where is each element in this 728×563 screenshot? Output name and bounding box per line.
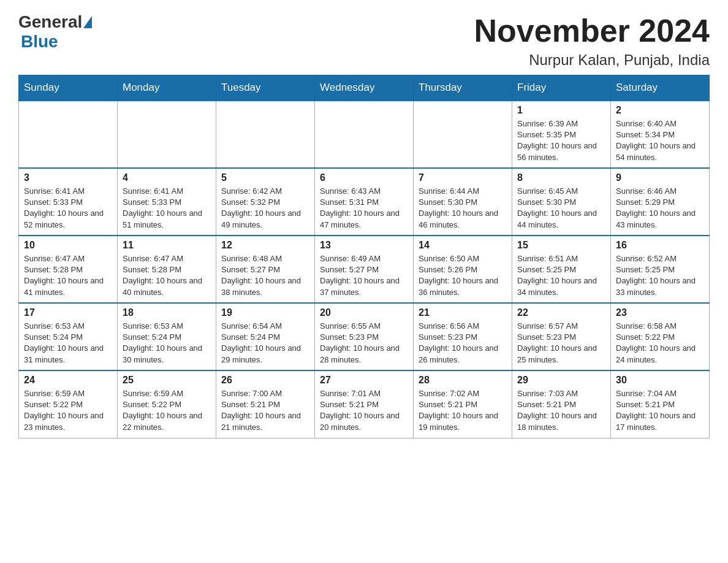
calendar-header-row: SundayMondayTuesdayWednesdayThursdayFrid… [19, 75, 710, 101]
day-number: 11 [123, 240, 211, 251]
logo-triangle-icon [83, 16, 92, 28]
day-info: Sunrise: 6:58 AMSunset: 5:22 PMDaylight:… [616, 321, 704, 366]
day-number: 9 [616, 172, 704, 183]
calendar-cell: 1Sunrise: 6:39 AMSunset: 5:35 PMDaylight… [512, 101, 611, 168]
column-header-friday: Friday [512, 75, 611, 101]
calendar-cell: 7Sunrise: 6:44 AMSunset: 5:30 PMDaylight… [414, 168, 512, 236]
calendar-cell: 16Sunrise: 6:52 AMSunset: 5:25 PMDayligh… [611, 236, 710, 303]
day-number: 25 [123, 375, 211, 386]
calendar-cell [19, 101, 118, 168]
calendar-cell: 8Sunrise: 6:45 AMSunset: 5:30 PMDaylight… [512, 168, 611, 236]
calendar-cell: 30Sunrise: 7:04 AMSunset: 5:21 PMDayligh… [611, 370, 710, 438]
day-info: Sunrise: 6:42 AMSunset: 5:32 PMDaylight:… [221, 186, 309, 231]
day-number: 22 [517, 307, 605, 318]
calendar-cell: 19Sunrise: 6:54 AMSunset: 5:24 PMDayligh… [216, 303, 315, 370]
calendar-cell: 5Sunrise: 6:42 AMSunset: 5:32 PMDaylight… [216, 168, 315, 236]
week-row-2: 3Sunrise: 6:41 AMSunset: 5:33 PMDaylight… [19, 168, 710, 236]
day-info: Sunrise: 6:53 AMSunset: 5:24 PMDaylight:… [123, 321, 211, 366]
calendar-cell: 29Sunrise: 7:03 AMSunset: 5:21 PMDayligh… [512, 370, 611, 438]
column-header-sunday: Sunday [19, 75, 118, 101]
column-header-thursday: Thursday [414, 75, 512, 101]
calendar-cell: 10Sunrise: 6:47 AMSunset: 5:28 PMDayligh… [19, 236, 118, 303]
day-number: 3 [24, 172, 112, 183]
day-number: 6 [320, 172, 408, 183]
title-section: November 2024 Nurpur Kalan, Punjab, Indi… [474, 12, 710, 69]
day-number: 27 [320, 375, 408, 386]
calendar-cell: 11Sunrise: 6:47 AMSunset: 5:28 PMDayligh… [118, 236, 216, 303]
day-info: Sunrise: 7:02 AMSunset: 5:21 PMDaylight:… [419, 388, 507, 433]
day-number: 1 [517, 105, 605, 116]
day-number: 16 [616, 240, 704, 251]
calendar-cell: 15Sunrise: 6:51 AMSunset: 5:25 PMDayligh… [512, 236, 611, 303]
day-number: 28 [419, 375, 507, 386]
day-number: 24 [24, 375, 112, 386]
day-info: Sunrise: 6:44 AMSunset: 5:30 PMDaylight:… [419, 186, 507, 231]
day-info: Sunrise: 6:54 AMSunset: 5:24 PMDaylight:… [221, 321, 309, 366]
day-number: 10 [24, 240, 112, 251]
day-number: 20 [320, 307, 408, 318]
calendar-cell: 26Sunrise: 7:00 AMSunset: 5:21 PMDayligh… [216, 370, 315, 438]
day-number: 13 [320, 240, 408, 251]
day-info: Sunrise: 6:46 AMSunset: 5:29 PMDaylight:… [616, 186, 704, 231]
calendar-cell: 14Sunrise: 6:50 AMSunset: 5:26 PMDayligh… [414, 236, 512, 303]
day-info: Sunrise: 6:51 AMSunset: 5:25 PMDaylight:… [517, 253, 605, 298]
calendar-cell: 12Sunrise: 6:48 AMSunset: 5:27 PMDayligh… [216, 236, 315, 303]
day-info: Sunrise: 7:03 AMSunset: 5:21 PMDaylight:… [517, 388, 605, 433]
day-info: Sunrise: 6:47 AMSunset: 5:28 PMDaylight:… [24, 253, 112, 298]
day-info: Sunrise: 7:01 AMSunset: 5:21 PMDaylight:… [320, 388, 408, 433]
calendar-cell [414, 101, 512, 168]
day-number: 7 [419, 172, 507, 183]
calendar-cell: 17Sunrise: 6:53 AMSunset: 5:24 PMDayligh… [19, 303, 118, 370]
day-info: Sunrise: 6:41 AMSunset: 5:33 PMDaylight:… [123, 186, 211, 231]
day-number: 15 [517, 240, 605, 251]
day-info: Sunrise: 6:47 AMSunset: 5:28 PMDaylight:… [123, 253, 211, 298]
day-info: Sunrise: 6:43 AMSunset: 5:31 PMDaylight:… [320, 186, 408, 231]
day-number: 30 [616, 375, 704, 386]
day-number: 21 [419, 307, 507, 318]
day-number: 17 [24, 307, 112, 318]
calendar-cell [118, 101, 216, 168]
day-number: 14 [419, 240, 507, 251]
day-info: Sunrise: 6:50 AMSunset: 5:26 PMDaylight:… [419, 253, 507, 298]
day-info: Sunrise: 7:04 AMSunset: 5:21 PMDaylight:… [616, 388, 704, 433]
calendar-cell: 28Sunrise: 7:02 AMSunset: 5:21 PMDayligh… [414, 370, 512, 438]
day-number: 8 [517, 172, 605, 183]
week-row-5: 24Sunrise: 6:59 AMSunset: 5:22 PMDayligh… [19, 370, 710, 438]
calendar-cell: 3Sunrise: 6:41 AMSunset: 5:33 PMDaylight… [19, 168, 118, 236]
day-number: 23 [616, 307, 704, 318]
logo-blue-text: Blue [21, 32, 58, 51]
day-info: Sunrise: 7:00 AMSunset: 5:21 PMDaylight:… [221, 388, 309, 433]
calendar-cell: 9Sunrise: 6:46 AMSunset: 5:29 PMDaylight… [611, 168, 710, 236]
day-info: Sunrise: 6:41 AMSunset: 5:33 PMDaylight:… [24, 186, 112, 231]
calendar-cell: 18Sunrise: 6:53 AMSunset: 5:24 PMDayligh… [118, 303, 216, 370]
day-number: 29 [517, 375, 605, 386]
day-info: Sunrise: 6:53 AMSunset: 5:24 PMDaylight:… [24, 321, 112, 366]
day-info: Sunrise: 6:45 AMSunset: 5:30 PMDaylight:… [517, 186, 605, 231]
day-info: Sunrise: 6:49 AMSunset: 5:27 PMDaylight:… [320, 253, 408, 298]
calendar-cell: 22Sunrise: 6:57 AMSunset: 5:23 PMDayligh… [512, 303, 611, 370]
column-header-monday: Monday [118, 75, 216, 101]
location-title: Nurpur Kalan, Punjab, India [474, 52, 710, 69]
calendar-cell: 25Sunrise: 6:59 AMSunset: 5:22 PMDayligh… [118, 370, 216, 438]
calendar-cell: 4Sunrise: 6:41 AMSunset: 5:33 PMDaylight… [118, 168, 216, 236]
logo: General Blue [18, 12, 93, 52]
day-info: Sunrise: 6:56 AMSunset: 5:23 PMDaylight:… [419, 321, 507, 366]
column-header-wednesday: Wednesday [315, 75, 414, 101]
day-info: Sunrise: 6:59 AMSunset: 5:22 PMDaylight:… [24, 388, 112, 433]
month-title: November 2024 [474, 12, 710, 49]
week-row-3: 10Sunrise: 6:47 AMSunset: 5:28 PMDayligh… [19, 236, 710, 303]
logo-general-text: General [18, 12, 82, 32]
week-row-4: 17Sunrise: 6:53 AMSunset: 5:24 PMDayligh… [19, 303, 710, 370]
day-number: 5 [221, 172, 309, 183]
day-number: 26 [221, 375, 309, 386]
day-number: 12 [221, 240, 309, 251]
day-info: Sunrise: 6:39 AMSunset: 5:35 PMDaylight:… [517, 118, 605, 163]
day-info: Sunrise: 6:40 AMSunset: 5:34 PMDaylight:… [616, 118, 704, 163]
day-info: Sunrise: 6:59 AMSunset: 5:22 PMDaylight:… [123, 388, 211, 433]
calendar-cell: 6Sunrise: 6:43 AMSunset: 5:31 PMDaylight… [315, 168, 414, 236]
day-number: 2 [616, 105, 704, 116]
calendar-table: SundayMondayTuesdayWednesdayThursdayFrid… [18, 75, 710, 439]
calendar-cell: 13Sunrise: 6:49 AMSunset: 5:27 PMDayligh… [315, 236, 414, 303]
day-info: Sunrise: 6:48 AMSunset: 5:27 PMDaylight:… [221, 253, 309, 298]
calendar-cell: 23Sunrise: 6:58 AMSunset: 5:22 PMDayligh… [611, 303, 710, 370]
